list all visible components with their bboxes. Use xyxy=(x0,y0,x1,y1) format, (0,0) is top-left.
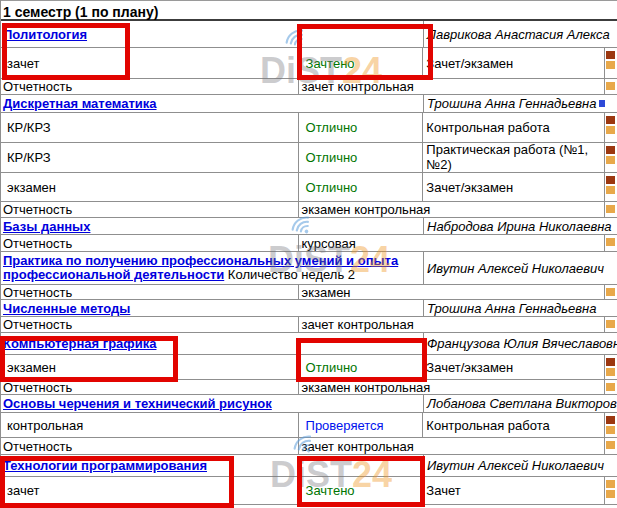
clipped-text-fragment xyxy=(606,288,615,296)
semester-title: 1 семестр (1 по плану) xyxy=(1,0,617,21)
report-value: экзамен контрольная xyxy=(298,380,605,394)
clipped-cell xyxy=(604,202,617,217)
assessment-row: контрольная Проверяется Контрольная рабо… xyxy=(1,413,617,438)
assessment-row: КР/КРЗ Отлично Контрольная работа xyxy=(1,113,617,143)
assessment-type: КР/КРЗ xyxy=(1,113,298,142)
discipline-row: Численные методы Трошина Анна Геннадьевн… xyxy=(1,300,617,317)
clipped-cell xyxy=(604,413,617,437)
assessment-form: Практическая работа (№1, №2) xyxy=(422,143,604,172)
report-value: зачет контрольная xyxy=(298,438,605,454)
clipped-cell xyxy=(604,143,617,172)
report-label: Отчетность xyxy=(1,285,298,299)
assessment-row: КР/КРЗ Отлично Практическая работа (№1, … xyxy=(1,143,617,173)
report-row: Отчетность зачет контрольная xyxy=(1,317,617,333)
teacher-name: Трошина Анна Геннадьевна xyxy=(423,300,617,316)
annotation-box-zachteno-bottom xyxy=(297,456,425,507)
discipline-row: Основы черчения и технический рисунок Ло… xyxy=(1,395,617,413)
grade-status: Проверяется xyxy=(298,413,423,437)
report-value: зачет контрольная xyxy=(298,79,605,94)
clipped-text-fragment xyxy=(606,146,615,164)
clipped-cell xyxy=(604,173,617,201)
annotation-box-zachteno-top xyxy=(297,24,433,80)
clipped-text-fragment xyxy=(606,480,615,498)
assessment-form: Зачет xyxy=(422,477,604,504)
discipline-row: Базы данных Набродова Ирина Николаевна xyxy=(1,218,617,235)
grade-value: Отлично xyxy=(298,113,423,142)
assessment-form: Зачет/экзамен xyxy=(422,355,604,379)
clipped-text-fragment xyxy=(606,320,615,328)
clipped-cell xyxy=(604,113,617,142)
report-value: экзамен контрольная xyxy=(298,202,605,217)
annotation-box-otlichno xyxy=(296,338,427,382)
assessment-type: экзамен xyxy=(1,173,298,201)
teacher-name: Трошина Анна Геннадьевна xyxy=(423,95,617,112)
annotation-box-tehnologii xyxy=(0,456,234,508)
discipline-link-chislennye[interactable]: Численные методы xyxy=(3,301,130,316)
clipped-text-fragment xyxy=(606,82,615,90)
report-value: курсовая xyxy=(298,235,605,251)
assessment-form: Зачет/экзамен xyxy=(422,48,604,78)
report-label: Отчетность xyxy=(1,202,298,217)
clipped-cell xyxy=(604,285,617,299)
report-label: Отчетность xyxy=(1,79,298,94)
clipped-text-fragment xyxy=(606,238,615,246)
report-row: Отчетность экзамен xyxy=(1,285,617,300)
report-value: зачет контрольная xyxy=(298,317,605,332)
report-row: Отчетность зачет контрольная xyxy=(1,79,617,95)
annotation-box-politologiya xyxy=(2,23,130,80)
report-label: Отчетность xyxy=(1,438,298,454)
gradebook-page: 1 семестр (1 по плану) Политология Лаври… xyxy=(0,0,617,508)
teacher-name: Ивутин Алексей Николаевич xyxy=(423,252,617,284)
discipline-link-cherchenie[interactable]: Основы черчения и технический рисунок xyxy=(3,396,272,411)
discipline-link-bazy-dannyh[interactable]: Базы данных xyxy=(3,219,90,234)
assessment-form: Контрольная работа xyxy=(422,413,604,437)
teacher-name: Французова Юлия Вячеславовн xyxy=(423,333,617,354)
clipped-cell xyxy=(604,79,617,94)
report-row: Отчетность экзамен контрольная xyxy=(1,380,617,395)
clipped-cell xyxy=(604,235,617,251)
report-value: экзамен xyxy=(298,285,605,299)
clipped-text-fragment xyxy=(606,383,615,391)
clipped-text-fragment xyxy=(606,116,615,134)
assessment-form: Зачет/экзамен xyxy=(422,173,604,201)
discipline-cell: Базы данных xyxy=(1,218,423,234)
discipline-cell: Основы черчения и технический рисунок xyxy=(1,395,423,412)
grade-value: Отлично xyxy=(298,143,423,172)
clipped-cell xyxy=(604,438,617,454)
teacher-name: Набродова Ирина Николаевна xyxy=(423,218,617,234)
discipline-cell: Практика по получению профессиональных у… xyxy=(1,252,423,284)
clipped-text-fragment xyxy=(606,416,615,434)
clipped-cell xyxy=(604,477,617,504)
clipped-cell xyxy=(604,355,617,379)
discipline-link-diskretnaya[interactable]: Дискретная математика xyxy=(3,96,157,111)
teacher-name: Лаврикова Анастасия Алекса xyxy=(423,21,617,47)
teacher-name: Лобанова Светлана Викторов xyxy=(423,395,617,412)
assessment-type: контрольная xyxy=(1,413,298,437)
assessment-row: экзамен Отлично Зачет/экзамен xyxy=(1,173,617,202)
discipline-cell: Численные методы xyxy=(1,300,423,316)
clipped-text-fragment xyxy=(606,358,615,376)
report-label: Отчетность xyxy=(1,235,298,251)
discipline-cell: Дискретная математика xyxy=(1,95,423,112)
report-label: Отчетность xyxy=(1,380,298,394)
assessment-type: КР/КРЗ xyxy=(1,143,298,172)
discipline-row: Дискретная математика Трошина Анна Генна… xyxy=(1,95,617,113)
discipline-note: Количество недель 2 xyxy=(224,267,355,282)
clipped-text-fragment xyxy=(606,51,615,69)
report-row: Отчетность экзамен контрольная xyxy=(1,202,617,218)
unknown-blue-icon xyxy=(599,100,605,107)
grade-value: Отлично xyxy=(298,173,423,201)
clipped-text-fragment xyxy=(606,176,615,194)
teacher-name: Ивутин Алексей Николаевич xyxy=(423,455,617,476)
clipped-text-fragment xyxy=(606,205,615,213)
clipped-text-fragment xyxy=(606,441,615,449)
clipped-cell xyxy=(604,48,617,78)
assessment-form: Контрольная работа xyxy=(422,113,604,142)
discipline-row: Практика по получению профессиональных у… xyxy=(1,252,617,285)
report-label: Отчетность xyxy=(1,317,298,332)
clipped-cell xyxy=(604,380,617,394)
report-row: Отчетность курсовая xyxy=(1,235,617,252)
report-row: Отчетность зачет контрольная xyxy=(1,438,617,455)
clipped-cell xyxy=(604,317,617,332)
annotation-box-komp-grafika xyxy=(0,336,178,382)
